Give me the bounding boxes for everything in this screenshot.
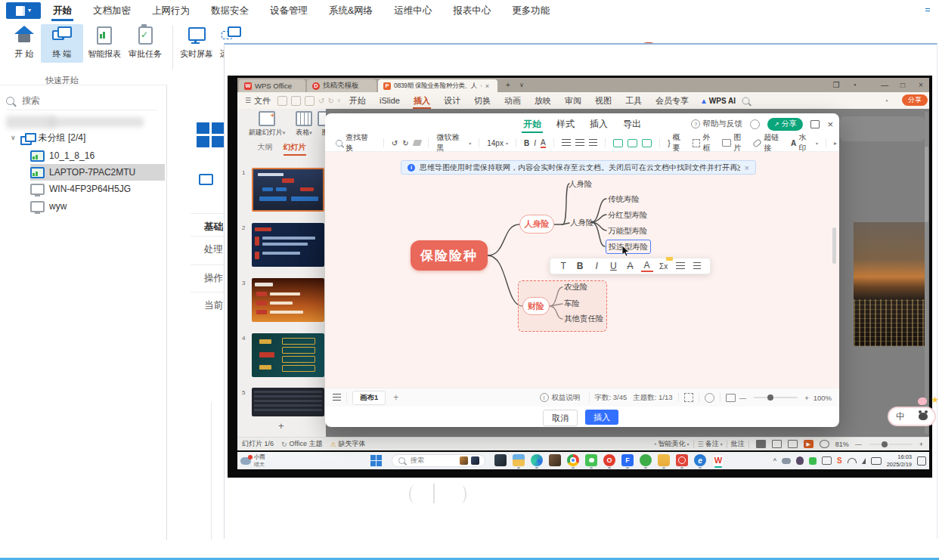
minimize-button[interactable]: — [877, 78, 892, 92]
mindmap-node[interactable]: 分红型寿险 [608, 210, 648, 221]
mindmap-node[interactable]: 传统寿险 [608, 194, 640, 205]
wps-menu-review[interactable]: 审阅 [558, 92, 588, 109]
sidebar-search[interactable] [6, 91, 157, 110]
taskbar-search[interactable]: 搜索 [392, 454, 485, 467]
dialog-tab-insert[interactable]: 插入 [588, 113, 609, 135]
wps-tab-docer[interactable]: D 找稿壳模板 [307, 79, 377, 92]
redo-button[interactable]: ↻ [402, 139, 408, 147]
wps-menu-animation[interactable]: 动画 [497, 92, 528, 109]
popout-icon[interactable] [810, 120, 820, 128]
tray-expand-icon[interactable]: ^ [773, 457, 776, 465]
watermark-button[interactable]: A水印▾ [791, 132, 818, 153]
missing-font-label[interactable]: 缺失字体 [339, 439, 366, 449]
mindmap-node[interactable]: 万能型寿险 [608, 226, 648, 237]
wps-share-button[interactable]: 分享 [902, 94, 928, 106]
italic-button[interactable]: I [534, 139, 536, 147]
redo-icon[interactable]: ↻ [327, 97, 333, 105]
rights-label[interactable]: 权益说明 [552, 393, 581, 403]
beautify-label[interactable]: 智能美化 [659, 439, 686, 449]
wps-menu-tools[interactable]: 工具 [618, 92, 649, 109]
tab-pin-icon[interactable]: ◦ [480, 82, 482, 89]
cancel-button[interactable]: 取消 [543, 410, 578, 426]
format-painter-icon[interactable] [412, 140, 422, 146]
hyperlink-button[interactable]: 超链接 [753, 132, 786, 153]
terminal-item-laptop-7pac2mtu[interactable]: LAPTOP-7PAC2MTU [30, 164, 165, 181]
slide-thumbnail-1[interactable] [252, 168, 324, 212]
wps-menu-view[interactable]: 视图 [588, 92, 618, 109]
underline-button[interactable]: U [607, 260, 619, 272]
opera-icon[interactable]: O [603, 454, 615, 466]
locate-icon[interactable] [705, 393, 714, 403]
text-button[interactable]: T [557, 260, 569, 272]
mindmap-node[interactable]: 农业险 [564, 282, 588, 292]
sogou-icon[interactable]: S [837, 456, 842, 465]
ime-widget[interactable]: 中 ★ [886, 398, 939, 429]
menu-item-system-network[interactable]: 系统&网络 [318, 0, 383, 21]
mindmap-node[interactable]: 其他责任险 [564, 314, 604, 324]
preview-icon[interactable] [305, 96, 315, 106]
mindmap-node[interactable]: 车险 [564, 299, 580, 309]
font-color-button[interactable]: A [641, 260, 653, 272]
reading-view-icon[interactable] [788, 440, 798, 448]
numbered-list-button[interactable] [691, 260, 703, 272]
menu-item-more[interactable]: 更多功能 [501, 0, 560, 21]
theme-label[interactable]: Office 主题 [290, 439, 323, 449]
search-input[interactable] [20, 94, 137, 107]
wps-tab-presentation[interactable]: P 0839期 保险业务险种分类、人 ◦ × [378, 79, 497, 92]
zoom-in-button[interactable]: + [919, 441, 923, 448]
zoom-percent[interactable]: 81% [835, 441, 849, 448]
chrome-icon[interactable] [567, 454, 579, 466]
ie-icon[interactable]: e [694, 454, 706, 466]
wps-tab-home[interactable]: W WPS Office [239, 79, 305, 92]
folder-app-icon[interactable] [658, 454, 670, 466]
sidebar-group-ungrouped[interactable]: ∨ 未分组 [2/4] [11, 129, 154, 146]
font-size-select[interactable]: 14px▾ [487, 139, 508, 147]
close-icon[interactable]: × [485, 82, 489, 90]
minimap-icon[interactable] [726, 394, 736, 402]
tab-outline[interactable]: 大纲 [258, 142, 273, 156]
bold-button[interactable]: B [524, 139, 529, 147]
slideshow-play-button[interactable]: ▶ [804, 440, 813, 448]
skin-icon[interactable]: ◔ [847, 78, 862, 92]
zoom-out-button[interactable]: — [855, 441, 862, 448]
notification-icon[interactable] [917, 456, 926, 466]
qat-dropdown-icon[interactable]: ∨ [337, 97, 341, 104]
zoom-out-button[interactable]: — [739, 394, 747, 402]
mindmap-node-property[interactable]: 财险 [522, 297, 550, 315]
wps-menu-file[interactable]: 文件 [251, 92, 277, 109]
ime-mascot-icon[interactable] [919, 413, 928, 420]
wps-menu-islide[interactable]: iSlide [373, 92, 407, 109]
summary-button[interactable]: }概要 [668, 132, 687, 153]
ime-lang-label[interactable]: 中 [896, 410, 905, 423]
photos-app-icon[interactable] [494, 454, 507, 466]
zoom-in-button[interactable]: + [804, 394, 809, 402]
toolbar-more-button[interactable]: ▸ [834, 140, 837, 147]
terminal-item-wyw[interactable]: wyw [30, 198, 165, 215]
mindmap-node-personal[interactable]: 人身险 [519, 215, 554, 234]
toolbar-live-screen-button[interactable]: 实时屏幕 [177, 24, 216, 60]
tab-slides[interactable]: 幻灯片 [284, 142, 306, 156]
add-canvas-button[interactable]: + [393, 392, 398, 403]
undo-icon[interactable]: ↺ [318, 97, 324, 105]
toolbar-report-button[interactable]: 智能报表 [82, 24, 127, 60]
file-explorer-icon[interactable] [513, 454, 525, 466]
slide-thumbnail-5[interactable] [252, 388, 324, 416]
feedback-icon[interactable] [750, 119, 760, 129]
caret-down-icon[interactable]: ∨ [11, 134, 16, 141]
mindmap-root-node[interactable]: 保险险种 [411, 240, 488, 271]
canvas-scrollbar-thumb[interactable] [832, 227, 836, 264]
windows-start-button[interactable] [370, 455, 382, 466]
slide-thumbnail-2[interactable] [252, 223, 324, 267]
canvas-zoom-slider[interactable] [754, 397, 798, 398]
undo-button[interactable]: ↺ [392, 139, 398, 147]
table-button[interactable]: 表格▾ [293, 111, 315, 138]
slide-thumbnail-4[interactable] [252, 333, 324, 377]
picture-button[interactable]: 图片 [722, 132, 748, 153]
zoom-slider[interactable] [869, 444, 913, 445]
terminal-item-win-4fp3p64h5jg[interactable]: WIN-4FP3P64H5JG [30, 181, 165, 197]
volume-icon[interactable] [862, 458, 866, 464]
fullscreen-icon[interactable] [820, 440, 829, 448]
canvas-tab[interactable]: 画布1 [352, 391, 386, 405]
wps-menu-insert[interactable]: 插入 [407, 92, 437, 109]
dialog-tab-style[interactable]: 样式 [555, 113, 576, 135]
